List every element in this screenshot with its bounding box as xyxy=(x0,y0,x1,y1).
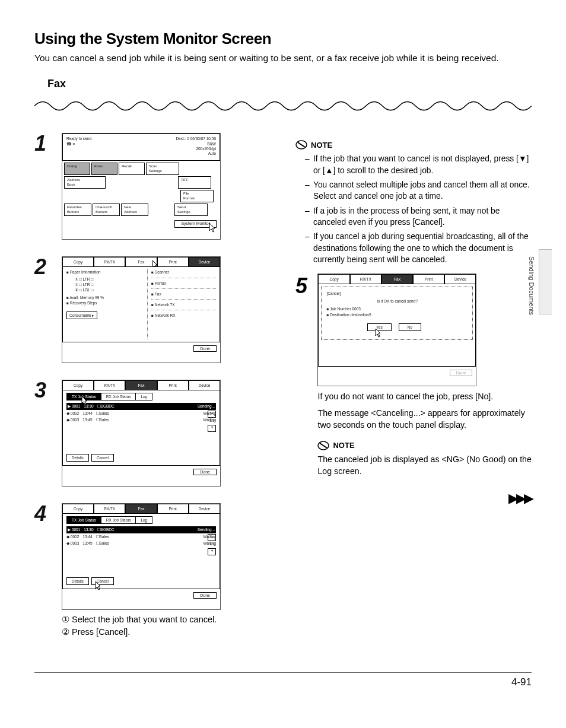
subtab-rx[interactable]: RX Job Status xyxy=(101,393,136,400)
section-side-tab xyxy=(539,249,552,314)
yes-button[interactable]: Yes xyxy=(367,323,392,331)
mode-dpi: 200x200dpi xyxy=(196,147,216,151)
recall-button[interactable]: Recall xyxy=(119,163,145,175)
cursor-icon xyxy=(374,328,382,338)
note-label: NOTE xyxy=(333,441,354,450)
status-fax: ■ Fax xyxy=(151,291,216,297)
note-item: You cannot select multiple jobs and canc… xyxy=(305,179,532,202)
job-row[interactable]: ▶ 000113:30☐SGBDCSending... xyxy=(66,403,216,409)
after5-p1: If you do not want to cancel the job, pr… xyxy=(317,391,532,403)
done-button[interactable]: Done xyxy=(193,592,217,599)
favorites-button[interactable]: Favorites Buttons xyxy=(64,204,91,216)
done-button[interactable]: Done xyxy=(450,370,473,376)
cancel-dialog-title: [Cancel] xyxy=(326,291,468,296)
section-heading: Fax xyxy=(47,78,532,90)
tab-device[interactable]: Device xyxy=(189,257,220,266)
svg-line-1 xyxy=(298,142,305,147)
step-number: 1 xyxy=(34,133,62,154)
send-settings-button[interactable]: Send Settings xyxy=(174,204,208,216)
details-button[interactable]: Details xyxy=(66,454,89,462)
tab-fax[interactable]: Fax xyxy=(125,257,157,266)
system-monitor-button[interactable]: System Monitor xyxy=(174,220,217,228)
subtab-log[interactable]: Log xyxy=(135,516,152,524)
job-row[interactable]: ◆ 000213:44☐SalesWaiting xyxy=(66,533,216,540)
paper-line: ① □ LTR □ xyxy=(75,276,147,282)
consumable-button[interactable]: Consumable ▸ xyxy=(66,311,97,319)
cancel-button[interactable]: Cancel xyxy=(91,577,114,585)
tab-device[interactable]: Device xyxy=(189,380,220,390)
details-button[interactable]: Details xyxy=(66,577,89,585)
paper-info-label: ■ Paper Information xyxy=(66,269,147,275)
status-screen: Copy RX/TX Fax Print Device ■ Paper Info… xyxy=(62,256,221,363)
tab-rxtx[interactable]: RX/TX xyxy=(94,504,125,513)
job-row[interactable]: ▶ 000113:30☐SGBDCSending... xyxy=(66,526,216,533)
cancel-dialog-screen: Copy RX/TX Fax Print Device [Cancel] Is … xyxy=(317,274,476,386)
file-format-button[interactable]: File Format xyxy=(180,190,214,202)
dialog-button[interactable]: Dialog xyxy=(64,163,90,175)
done-button[interactable]: Done xyxy=(193,345,217,352)
page-fraction: 1/1 xyxy=(209,542,214,546)
status-netrx: ■ Network RX xyxy=(151,313,216,318)
tab-rxtx[interactable]: RX/TX xyxy=(94,380,125,390)
tab-copy[interactable]: Copy xyxy=(62,380,94,390)
dest-count: Dest.: 0 xyxy=(176,136,189,141)
scroll-down-button[interactable]: ▾ xyxy=(208,425,216,432)
note-icon xyxy=(295,139,307,151)
step-number: 2 xyxy=(34,256,62,278)
subtab-log[interactable]: Log xyxy=(135,393,152,400)
address-book-button[interactable]: Address Book xyxy=(64,176,106,189)
note-item: If you cancel a job during sequential br… xyxy=(305,231,532,265)
paper-line: ① □ LTR □ xyxy=(75,282,147,287)
note-heading: NOTE xyxy=(295,139,532,151)
enter-button[interactable]: Enter xyxy=(91,163,117,175)
job-list: ▶ 000113:30☐SGBDCSending...◆ 000213:44☐S… xyxy=(66,526,216,546)
after5-p2: The message <Canceling...> appears for a… xyxy=(317,408,532,431)
tab-copy[interactable]: Copy xyxy=(318,274,349,284)
job-row[interactable]: ◆ 000313:45☐SalesWaiting xyxy=(66,417,216,423)
step4-caption2: ② Press [Cancel]. xyxy=(62,626,266,638)
tiff-indicator: TIFF xyxy=(178,176,211,189)
newaddress-button[interactable]: New Address xyxy=(121,204,148,216)
tab-device[interactable]: Device xyxy=(189,504,220,513)
step-number: 4 xyxy=(34,503,62,524)
note-item: If the job that you want to cancel is no… xyxy=(305,153,532,176)
tab-rxtx[interactable]: RX/TX xyxy=(350,274,381,284)
scroll-up-button[interactable]: ▴ xyxy=(208,411,216,418)
onetouch-button[interactable]: One-touch Buttons xyxy=(93,204,120,216)
cancel-button[interactable]: Cancel xyxy=(91,454,114,462)
tab-fax[interactable]: Fax xyxy=(125,380,157,390)
done-button[interactable]: Done xyxy=(193,469,217,475)
page-fraction: 1/1 xyxy=(209,419,214,422)
subtab-tx[interactable]: TX Job Status xyxy=(66,516,101,524)
subtab-rx[interactable]: RX Job Status xyxy=(101,516,136,524)
svg-line-3 xyxy=(320,443,327,448)
step-2: 2 Copy RX/TX Fax Print Device xyxy=(34,256,266,363)
tab-fax-label: Fax xyxy=(138,260,145,264)
cursor-icon xyxy=(80,395,88,406)
scan-settings-button[interactable]: Scan Settings xyxy=(146,163,179,175)
subtab-tx[interactable]: TX Job Status xyxy=(66,393,101,400)
step4-caption1: ① Select the job that you want to cancel… xyxy=(62,613,266,625)
note-list: If the job that you want to cancel is no… xyxy=(295,153,532,265)
tab-device[interactable]: Device xyxy=(444,274,476,284)
step-number: 3 xyxy=(34,380,62,401)
tab-fax[interactable]: Fax xyxy=(381,274,413,284)
no-button[interactable]: No xyxy=(399,323,421,331)
ready-text: Ready to send. xyxy=(66,136,93,141)
tab-print[interactable]: Print xyxy=(413,274,444,284)
tab-fax[interactable]: Fax xyxy=(125,504,157,513)
tx-status-screen-cancel: Copy RX/TX Fax Print Device TX Job Statu… xyxy=(62,503,221,610)
scroll-up-button[interactable]: ▴ xyxy=(208,534,216,541)
scroll-down-button[interactable]: ▾ xyxy=(208,548,216,555)
tab-rxtx[interactable]: RX/TX xyxy=(94,257,125,266)
job-row[interactable]: ◆ 000213:44☐SalesWaiting xyxy=(66,410,216,417)
page-number: 4-91 xyxy=(511,676,532,688)
tab-print[interactable]: Print xyxy=(157,257,189,266)
wave-divider xyxy=(34,96,532,112)
job-row[interactable]: ◆ 000313:45☐SalesWaiting xyxy=(66,540,216,546)
mode-bw: B&W xyxy=(207,142,216,146)
tab-copy[interactable]: Copy xyxy=(62,257,94,266)
tab-copy[interactable]: Copy xyxy=(62,504,94,513)
tab-print[interactable]: Print xyxy=(157,380,189,390)
tab-print[interactable]: Print xyxy=(157,504,189,513)
